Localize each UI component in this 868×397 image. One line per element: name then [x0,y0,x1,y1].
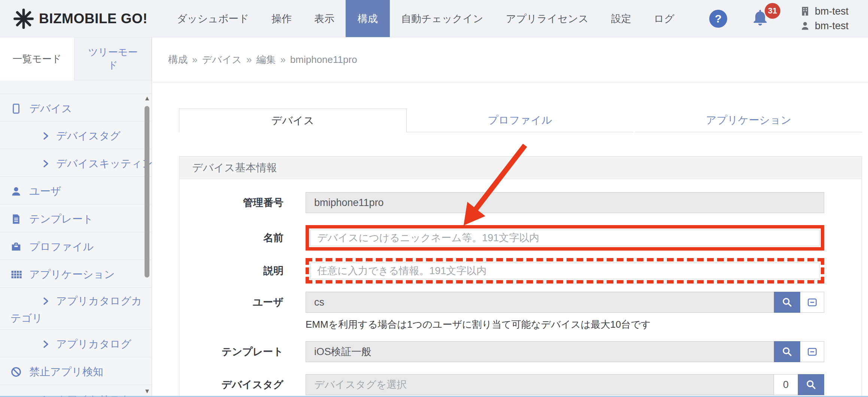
device-tag-count: 0 [774,374,798,395]
sidebar-item-templates[interactable]: テンプレート [0,204,152,232]
chevron-right-icon [41,159,50,168]
app-logo[interactable]: BIZMOBILE GO! [13,9,148,29]
template-clear-button[interactable] [800,341,824,362]
breadcrumb-separator: » [246,54,252,66]
user-field[interactable] [306,292,774,313]
breadcrumb-separator: » [280,54,285,66]
minus-square-icon [807,297,818,308]
building-icon [800,6,810,16]
device-tag-label: デバイスタグ [179,378,283,391]
tab-device[interactable]: デバイス [179,109,407,132]
scrollbar-thumb[interactable] [145,106,149,278]
sidebar-item-applications[interactable]: アプリケーション [0,260,152,288]
template-search-button[interactable] [774,341,800,362]
chevron-right-icon [41,131,50,140]
nav-item-app-license[interactable]: アプリライセンス [495,0,600,37]
tab-profile[interactable]: プロファイル [407,109,634,132]
app-title: BIZMOBILE GO! [39,11,148,27]
description-field-highlight [306,258,824,284]
chevron-right-icon [41,297,50,306]
breadcrumb-device-id: bmiphone11pro [290,54,357,66]
device-tag-row: デバイスタグ 0 [179,374,824,395]
sidebar-scrollbar[interactable]: ▲ ▼ [144,94,151,397]
sidebar-item-app-catalog[interactable]: アプリカタログ [0,330,152,357]
nav-item-dashboard[interactable]: ダッシュボード [166,0,260,37]
device-tag-field[interactable] [306,374,774,395]
nav-item-auto-checkin[interactable]: 自動チェックイン [390,0,495,37]
template-row: テンプレート [179,341,824,362]
tab-list-mode[interactable]: 一覧モード [0,37,74,81]
ban-icon [10,366,22,378]
user-clear-button[interactable] [800,292,824,313]
organization-row: bm-test [800,6,849,17]
minus-square-icon [807,346,818,357]
name-label: 名前 [179,231,283,245]
main-content: 構成 » デバイス » 編集 » bmiphone11pro デバイス プロファ… [152,37,868,397]
apps-grid-icon [10,269,22,280]
nav-item-configuration[interactable]: 構成 [346,0,390,37]
header-right-area: ? 31 bm-test [709,6,849,32]
section-title: デバイス基本情報 [179,157,862,179]
device-tag-search-button[interactable] [798,374,824,395]
nav-item-operations[interactable]: 操作 [260,0,303,37]
sidebar-item-prohibited-app-detection[interactable]: 禁止アプリ検知 [0,357,152,385]
organization-name: bm-test [815,6,849,17]
template-label: テンプレート [179,345,283,358]
sidebar-item-device-kitting[interactable]: デバイスキッティング [0,149,152,177]
notifications-button[interactable]: 31 [750,8,770,29]
user-name: bm-test [815,20,849,32]
help-icon[interactable]: ? [709,10,727,28]
main-nav: ダッシュボード 操作 表示 構成 自動チェックイン アプリライセンス 設定 ログ [166,0,686,37]
sidebar-item-profiles[interactable]: プロファイル [0,232,152,260]
device-icon [10,103,22,114]
sidebar-item-app-catalog-categories[interactable]: アプリカタログカテゴリ [0,288,152,330]
sidebar-item-devices[interactable]: デバイス [0,94,152,121]
template-icon [10,213,22,225]
user-icon [10,186,22,197]
detail-tabs: デバイス プロファイル アプリケーション [179,109,862,132]
sidebar-menu: デバイス デバイスタグ デバイスキッティング ユーザ テンプレート プロファイル [0,94,152,397]
sidebar-item-device-tags[interactable]: デバイスタグ [0,121,152,149]
person-icon [800,21,810,31]
device-basic-info-panel: デバイス基本情報 管理番号 名前 説明 [179,156,862,397]
user-row: ユーザ [179,292,824,331]
name-field[interactable] [310,230,820,246]
management-number-label: 管理番号 [179,196,283,209]
nav-item-logs[interactable]: ログ [643,0,686,37]
chevron-right-icon [41,340,50,349]
search-icon [781,346,793,357]
profile-icon [10,241,22,252]
breadcrumb: 構成 » デバイス » 編集 » bmiphone11pro [152,37,868,82]
search-icon [805,379,817,390]
sidebar-item-users[interactable]: ユーザ [0,177,152,204]
nav-item-settings[interactable]: 設定 [600,0,643,37]
nav-item-display[interactable]: 表示 [303,0,346,37]
user-label: ユーザ [179,296,283,309]
notification-count-badge: 31 [765,3,780,19]
management-number-row: 管理番号 [179,192,824,213]
sidebar-mode-tabs: 一覧モード ツリーモード [0,37,152,81]
user-help-text: EMMを利用する場合は1つのユーザに割り当て可能なデバイスは最大10台です [306,318,824,331]
search-icon [781,297,793,308]
description-row: 説明 [179,258,824,284]
user-row: bm-test [800,20,849,32]
name-field-highlight [306,225,824,251]
description-label: 説明 [179,264,283,278]
top-navbar: BIZMOBILE GO! ダッシュボード 操作 表示 構成 自動チェックイン … [0,0,868,37]
name-row: 名前 [179,225,824,251]
breadcrumb-devices[interactable]: デバイス [202,53,242,66]
breadcrumb-configuration[interactable]: 構成 [168,53,188,66]
breadcrumb-edit[interactable]: 編集 [256,53,276,66]
template-field[interactable] [306,341,774,362]
breadcrumb-separator: » [192,54,197,66]
description-field[interactable] [310,263,820,279]
sidebar: 一覧モード ツリーモード デバイス デバイスタグ デバイスキッティング ユーザ [0,37,152,397]
scroll-down-icon[interactable]: ▼ [144,388,151,395]
account-info[interactable]: bm-test bm-test [800,6,849,32]
sidebar-item-whitelist[interactable]: ホワイトリスト [0,385,152,397]
management-number-field[interactable] [306,192,824,213]
user-search-button[interactable] [774,292,800,313]
tab-tree-mode[interactable]: ツリーモード [74,37,152,81]
tab-application[interactable]: アプリケーション [635,109,862,132]
scroll-up-icon[interactable]: ▲ [144,95,151,102]
